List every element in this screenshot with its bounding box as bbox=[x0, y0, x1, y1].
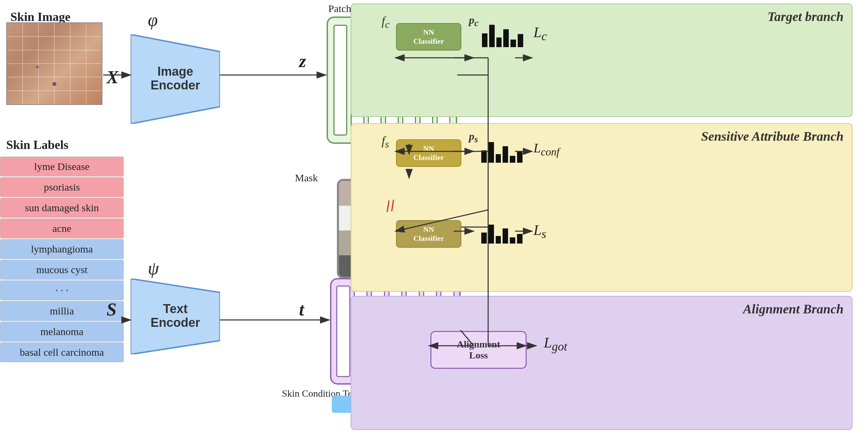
alignment-branch: Alignment Branch AlignmentLoss Lgot bbox=[351, 296, 853, 430]
label-sun-damaged: sun damaged skin bbox=[0, 198, 124, 218]
text-bar-1 bbox=[336, 286, 350, 377]
bar-s2-3 bbox=[496, 236, 501, 244]
psi-label: ψ bbox=[148, 258, 159, 278]
diagram: Skin Image Skin Labels bbox=[0, 0, 868, 440]
skin-image-inner bbox=[7, 23, 102, 104]
alignment-branch-title: Alignment Branch bbox=[743, 301, 844, 316]
bar-s2-6 bbox=[517, 234, 523, 244]
skin-image-label: Skin Image bbox=[10, 10, 70, 24]
bar-t1 bbox=[482, 33, 487, 47]
sensitive-branch: Sensitive Attribute Branch fs NNClassifi… bbox=[351, 123, 853, 292]
text-encoder-svg: Text Encoder bbox=[131, 279, 220, 354]
label-lyme-disease: lyme Disease bbox=[0, 157, 124, 176]
ls-label: Ls bbox=[534, 222, 546, 241]
alignment-loss-box: AlignmentLoss bbox=[430, 331, 527, 369]
pc-label: pc bbox=[469, 14, 479, 29]
bar-t2 bbox=[489, 25, 495, 47]
z-label: z bbox=[299, 51, 306, 71]
lc-label: Lc bbox=[534, 24, 547, 43]
bar-s1-3 bbox=[496, 154, 501, 163]
sensitive-branch-title: Sensitive Attribute Branch bbox=[701, 129, 844, 144]
bar-s1-5 bbox=[510, 156, 515, 163]
bar-s2-2 bbox=[488, 225, 494, 244]
skin-labels-title: Skin Labels bbox=[6, 138, 68, 152]
label-mucous-cyst: mucous cyst bbox=[0, 260, 124, 280]
phi-label: φ bbox=[148, 10, 158, 30]
fc-label: fc bbox=[382, 14, 389, 30]
nn-classifier-sensitive-2: NNClassifier bbox=[396, 220, 461, 248]
label-dots: · · · bbox=[0, 280, 124, 300]
bar-t3 bbox=[496, 37, 502, 47]
x-label: X bbox=[107, 67, 119, 87]
lgot-label: Lgot bbox=[544, 334, 567, 354]
bar-s1-6 bbox=[517, 152, 523, 163]
svg-text:Text: Text bbox=[163, 302, 187, 316]
bar-s1-1 bbox=[481, 150, 487, 163]
target-branch: Target branch fc NNClassifier pc Lc bbox=[351, 3, 853, 117]
mask-label: Mask bbox=[295, 172, 318, 184]
nn-classifier-sensitive-1: NNClassifier bbox=[396, 139, 461, 167]
double-slash: // bbox=[384, 195, 396, 216]
skin-grid-svg bbox=[7, 23, 102, 104]
mini-chart-sensitive-1 bbox=[481, 140, 523, 163]
label-millia: millia bbox=[0, 301, 124, 321]
label-acne: acne bbox=[0, 218, 124, 238]
bar-s2-5 bbox=[510, 237, 515, 244]
svg-point-10 bbox=[52, 82, 56, 86]
bar-s2-4 bbox=[503, 228, 508, 244]
svg-text:Image: Image bbox=[157, 64, 193, 78]
mini-chart-target bbox=[482, 25, 523, 47]
target-branch-title: Target branch bbox=[768, 9, 844, 24]
label-psoriasis: psoriasis bbox=[0, 177, 124, 197]
bar-s1-4 bbox=[503, 146, 508, 163]
bar-t4 bbox=[503, 29, 509, 47]
nn-classifier-target: NNClassifier bbox=[396, 23, 461, 51]
svg-text:Encoder: Encoder bbox=[151, 78, 200, 92]
mini-chart-sensitive-2 bbox=[481, 221, 523, 244]
bar-t6 bbox=[518, 34, 523, 47]
label-melanoma: melanoma bbox=[0, 322, 124, 342]
bar-s2-1 bbox=[481, 233, 487, 244]
s-label: S bbox=[107, 299, 117, 320]
label-basal-cell: basal cell carcinoma bbox=[0, 342, 124, 362]
fs-label: fs bbox=[382, 133, 389, 150]
t-label: t bbox=[299, 299, 304, 320]
bar-s1-2 bbox=[488, 142, 494, 163]
svg-point-11 bbox=[36, 66, 39, 68]
svg-text:Encoder: Encoder bbox=[151, 315, 200, 330]
label-lymphangioma: lymphangioma bbox=[0, 239, 124, 259]
bar-t5 bbox=[510, 40, 516, 47]
image-encoder-svg: Image Encoder bbox=[131, 34, 220, 124]
skin-image-box bbox=[6, 22, 102, 105]
patch-bar-1 bbox=[333, 25, 347, 136]
lconf-label: Lconf bbox=[534, 140, 560, 158]
ps-label: ps bbox=[469, 130, 478, 145]
